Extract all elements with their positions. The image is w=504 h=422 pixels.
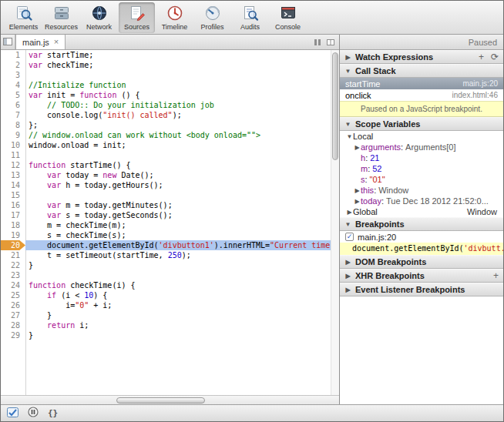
- code-text: var checkTime;: [25, 60, 331, 70]
- scope-variables-header[interactable]: ▼ Scope Variables: [340, 117, 503, 131]
- code-text: }: [25, 330, 331, 340]
- variable-value: 21: [370, 153, 379, 162]
- variable-name: m: [361, 164, 368, 173]
- add-xhr-breakpoint-icon[interactable]: +: [493, 271, 499, 280]
- refresh-watch-icon[interactable]: ⟳: [491, 52, 499, 62]
- code-line: 27 }: [1, 310, 331, 320]
- line-number[interactable]: 6: [1, 100, 25, 110]
- scope-variable[interactable]: h:21: [340, 152, 503, 163]
- scope-global-header[interactable]: ▶GlobalWindow: [340, 206, 503, 217]
- line-number[interactable]: 18: [1, 220, 25, 230]
- line-number[interactable]: 26: [1, 300, 25, 310]
- call-stack-frame[interactable]: startTimemain.js:20: [340, 78, 503, 89]
- tool-network[interactable]: Network: [81, 2, 117, 33]
- line-number[interactable]: 9: [1, 130, 25, 140]
- line-number[interactable]: 12: [1, 160, 25, 170]
- scope-variable[interactable]: m:52: [340, 163, 503, 174]
- separator: :: [381, 196, 384, 206]
- tab-label: main.js: [22, 38, 49, 47]
- tool-label: Profiles: [200, 23, 223, 31]
- vertical-scrollbar[interactable]: [331, 50, 339, 395]
- tool-label: Elements: [9, 23, 39, 31]
- line-number[interactable]: 19: [1, 230, 25, 240]
- tab-main-js[interactable]: main.js ×: [15, 35, 66, 49]
- code-text: [25, 150, 331, 160]
- code-editor[interactable]: 1var startTime;2var checkTime;3 4//Initi…: [1, 50, 339, 404]
- line-number[interactable]: 13: [1, 170, 25, 180]
- code-text: console.log("init() called");: [25, 110, 331, 120]
- frame-function-name: startTime: [345, 79, 380, 89]
- line-number[interactable]: 3: [1, 70, 25, 80]
- breakpoints-header[interactable]: ▼ Breakpoints: [340, 217, 503, 231]
- checkbox-checked-icon[interactable]: ✓: [345, 233, 354, 241]
- chevron-right-icon[interactable]: ▶: [354, 198, 361, 205]
- line-number[interactable]: 8: [1, 120, 25, 130]
- deactivate-breakpoints-button[interactable]: [28, 407, 39, 420]
- close-icon[interactable]: ×: [54, 38, 59, 46]
- tool-audits[interactable]: Audits: [232, 2, 268, 33]
- tool-sources[interactable]: Sources: [119, 2, 155, 33]
- code-line: 7 console.log("init() called");: [1, 110, 331, 120]
- line-number[interactable]: 16: [1, 200, 25, 210]
- tool-elements[interactable]: Elements: [5, 2, 42, 33]
- chevron-right-icon[interactable]: ▶: [354, 144, 361, 151]
- scope-variable[interactable]: s:"01": [340, 174, 503, 185]
- tool-timeline[interactable]: Timeline: [156, 2, 193, 33]
- dom-breakpoints-header[interactable]: ▶ DOM Breakpoints: [340, 255, 503, 269]
- line-number[interactable]: 21: [1, 250, 25, 260]
- profiles-icon: [203, 4, 222, 22]
- event-listener-breakpoints-header[interactable]: ▶ Event Listener Breakpoints: [340, 283, 503, 296]
- line-number[interactable]: 24: [1, 280, 25, 290]
- line-number[interactable]: 11: [1, 150, 25, 160]
- show-navigator-button[interactable]: [1, 35, 15, 49]
- code-text: return i;: [25, 320, 331, 330]
- line-number[interactable]: 27: [1, 310, 25, 320]
- code-text: [25, 70, 331, 80]
- code-text: s = checkTime(s);: [25, 230, 331, 240]
- scope-variable[interactable]: ▶today:Tue Dec 18 2012 21:52:0...: [340, 196, 503, 206]
- code-line: 15: [1, 190, 331, 200]
- breakpoint-snippet[interactable]: document.getElementById('divbutt...: [340, 243, 503, 255]
- show-console-button[interactable]: [7, 407, 18, 420]
- line-number[interactable]: 22: [1, 260, 25, 270]
- section-event-listener-breakpoints: ▶ Event Listener Breakpoints: [340, 283, 503, 296]
- pretty-print-button[interactable]: {}: [48, 408, 58, 418]
- tool-profiles[interactable]: Profiles: [194, 2, 230, 33]
- add-watch-icon[interactable]: +: [479, 52, 484, 62]
- scope-variable[interactable]: ▶arguments:Arguments[0]: [340, 142, 503, 152]
- line-number[interactable]: 17: [1, 210, 25, 220]
- scope-variable[interactable]: ▶this:Window: [340, 185, 503, 196]
- line-number[interactable]: 23: [1, 270, 25, 280]
- line-number[interactable]: 29: [1, 330, 25, 340]
- line-number[interactable]: 7: [1, 110, 25, 120]
- line-number[interactable]: 4: [1, 80, 25, 90]
- line-number[interactable]: 1: [1, 50, 25, 60]
- vertical-scrollbar-thumb[interactable]: [332, 52, 338, 160]
- breakpoint-entry[interactable]: ✓ main.js:20: [340, 231, 503, 243]
- line-number[interactable]: 10: [1, 140, 25, 150]
- line-number[interactable]: 25: [1, 290, 25, 300]
- xhr-breakpoints-header[interactable]: ▶ XHR Breakpoints +: [340, 269, 503, 283]
- line-number[interactable]: 14: [1, 180, 25, 190]
- tool-resources[interactable]: Resources: [43, 2, 79, 33]
- line-number[interactable]: 15: [1, 190, 25, 200]
- line-number[interactable]: 2: [1, 60, 25, 70]
- code-line: 3: [1, 70, 331, 80]
- horizontal-scrollbar[interactable]: [1, 395, 339, 404]
- variable-name: today: [361, 196, 381, 206]
- elements-icon: [15, 4, 33, 22]
- tool-console[interactable]: Console: [270, 2, 306, 33]
- chevron-right-icon[interactable]: ▶: [354, 187, 361, 194]
- line-number[interactable]: 28: [1, 320, 25, 330]
- horizontal-scrollbar-thumb[interactable]: [116, 397, 205, 404]
- execution-line-marker[interactable]: 20: [1, 240, 25, 250]
- breakpoint-location: main.js:20: [358, 233, 396, 242]
- call-stack-frame[interactable]: onclickindex.html:46: [340, 89, 503, 101]
- watch-expressions-header[interactable]: ▶ Watch Expressions + ⟳: [340, 50, 503, 64]
- scope-local-header[interactable]: ▼Local: [340, 131, 503, 142]
- split-view-icon[interactable]: [326, 38, 335, 47]
- line-number[interactable]: 5: [1, 90, 25, 100]
- call-stack-header[interactable]: ▼ Call Stack: [340, 64, 503, 78]
- show-drawer-icon[interactable]: [313, 38, 322, 47]
- code-text: // TODO:: Do your initialization job: [25, 100, 331, 110]
